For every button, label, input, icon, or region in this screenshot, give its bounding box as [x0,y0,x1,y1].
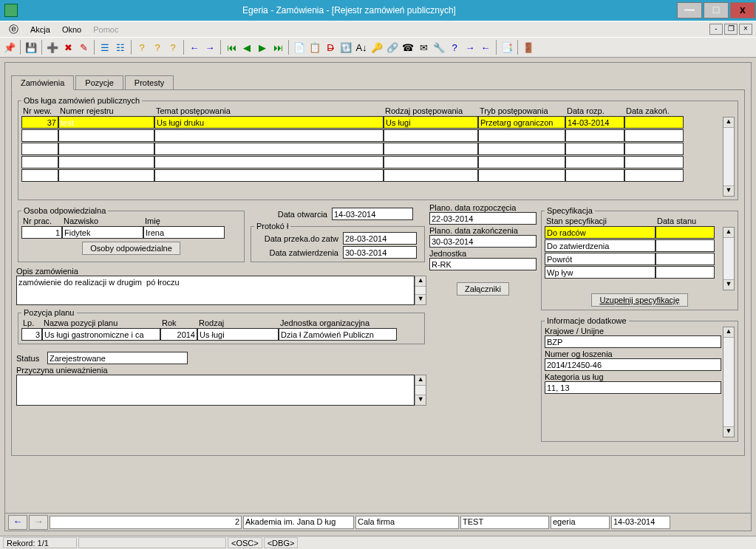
przyczyna-scrollbar[interactable]: ▲▼ [415,375,426,406]
phone-icon[interactable]: ☎ [401,41,415,54]
add-icon[interactable]: ➕ [46,41,59,54]
fld-lp[interactable] [21,328,42,341]
info-scrollbar[interactable]: ▲▼ [723,327,735,437]
next-icon[interactable]: ▶ [256,41,269,54]
back2-icon[interactable]: ← [479,41,492,54]
pin-icon[interactable]: 📌 [3,41,16,54]
grid-row-4[interactable] [21,156,723,168]
grid-row-1[interactable] [21,116,723,129]
fld-data-otwarcia[interactable] [332,208,413,220]
tool-d-icon[interactable]: D̶ [324,41,337,54]
scroll-up-icon[interactable]: ▲ [723,117,734,128]
btn-osoby[interactable]: Osoby odpowiedzialne [82,242,180,255]
save-icon[interactable]: 💾 [24,41,38,54]
scroll-down-icon[interactable]: ▼ [723,185,734,196]
fld-zatw[interactable] [343,246,417,259]
minimize-button[interactable]: — [677,2,702,18]
refresh-icon[interactable]: 🔃 [339,41,353,54]
grid-row-3[interactable] [21,143,723,155]
mdi-restore-button[interactable]: ❐ [724,24,738,35]
mdi-minimize-button[interactable]: - [709,24,723,35]
forward-icon[interactable]: → [203,41,217,54]
tool-h-icon[interactable]: 📑 [500,41,514,54]
fld-jedn[interactable] [279,328,397,341]
fld-nrprac[interactable] [21,226,62,239]
maximize-button[interactable]: □ [704,2,729,18]
fld-opis[interactable]: zamówienie do realizacji w drugim pó łro… [16,276,415,305]
fld-rodzaj2[interactable] [197,328,279,341]
fld-imie[interactable] [143,226,225,239]
clear-icon[interactable]: ✎ [77,41,90,54]
opis-scrollbar[interactable]: ▲▼ [415,276,426,305]
grid-row-2[interactable] [21,129,723,142]
mdi-close-button[interactable]: × [739,24,752,35]
grid-scrollbar[interactable]: ▲▼ [723,117,735,197]
cell-rodzaj[interactable] [384,116,478,129]
cell-dzak[interactable] [624,116,684,129]
fld-rok[interactable] [160,328,197,341]
titlebar: Egeria - Zamówienia - [Rejestr zamówień … [0,0,756,21]
stat-date: 14-03-2014 [611,516,670,529]
help1-icon[interactable]: ? [135,41,149,54]
hdr-drozp: Data rozp. [565,106,624,115]
delete-icon[interactable]: ✖ [61,41,75,54]
spec-scrollbar[interactable]: ▲▼ [723,227,735,290]
nav-fwd-button[interactable]: → [29,515,48,530]
tool-a-icon[interactable]: 📄 [293,41,306,54]
tool-b-icon[interactable]: 📋 [308,41,321,54]
btn-uzupelnij[interactable]: Uzupełnij specyfikację [591,293,687,307]
mail-icon[interactable]: ✉ [417,41,430,54]
menu-akcja[interactable]: Akcja [24,25,56,34]
help4-icon[interactable]: ? [448,41,461,54]
tab-pozycje[interactable]: Pozycje [75,75,123,90]
spec-row4-stan[interactable] [545,266,655,279]
tab-zamowienia[interactable]: Zamówienia [11,75,74,90]
fld-przek[interactable] [343,232,417,245]
spec-row1-data[interactable] [655,226,715,239]
group-protokol-legend: Protokó ł [254,222,290,231]
spec-row3-data[interactable] [655,253,715,265]
exit-icon[interactable]: 🚪 [522,41,535,54]
close-button[interactable]: x [730,2,755,18]
prev-icon[interactable]: ◀ [240,41,253,54]
spec-row2-stan[interactable] [545,239,655,252]
first-icon[interactable]: ⏮ [225,41,238,54]
sort-icon[interactable]: A↓ [355,41,368,54]
help3-icon[interactable]: ? [166,41,180,54]
nav-back-button[interactable]: ← [8,515,27,530]
fld-przyczyna[interactable] [16,375,415,406]
tab-protesty[interactable]: Protesty [125,75,174,90]
list1-icon[interactable]: ☰ [98,41,112,54]
menu-okno[interactable]: Okno [56,25,87,34]
fld-kat[interactable] [545,381,721,394]
fld-plano-zak[interactable] [429,235,537,248]
list2-icon[interactable]: ☷ [114,41,127,54]
fld-plano-rozp[interactable] [429,212,537,225]
last-icon[interactable]: ⏭ [271,41,285,54]
fld-jednostka[interactable] [429,258,537,270]
back-icon[interactable]: ← [188,41,201,54]
cell-tryb[interactable] [478,116,565,129]
help2-icon[interactable]: ? [151,41,164,54]
bottom-statusbar: Rekord: 1/1 <OSC> <DBG> [0,536,756,549]
btn-zalaczniki[interactable]: Załączniki [457,282,509,296]
menu-pomoc[interactable]: Pomoc [87,25,124,34]
fld-nazwa[interactable] [42,328,160,341]
spec-row1-stan[interactable] [545,226,655,239]
spec-row3-stan[interactable] [545,253,655,265]
fld-status[interactable] [47,352,188,364]
fld-ogl[interactable] [545,358,721,371]
spec-row2-data[interactable] [655,239,715,252]
spec-row4-data[interactable] [655,266,715,279]
tool-g-icon[interactable]: 🔧 [432,41,446,54]
fwd2-icon[interactable]: → [463,41,477,54]
tool-e-icon[interactable]: 🔑 [370,41,384,54]
cell-nrwew[interactable] [21,116,58,129]
cell-nrrej[interactable] [58,116,154,129]
cell-temat[interactable] [154,116,384,129]
tool-f-icon[interactable]: 🔗 [386,41,399,54]
grid-row-5[interactable] [21,169,723,182]
cell-drozp[interactable] [565,116,624,129]
fld-nazwisko[interactable] [62,226,143,239]
fld-kraj[interactable] [545,335,721,348]
